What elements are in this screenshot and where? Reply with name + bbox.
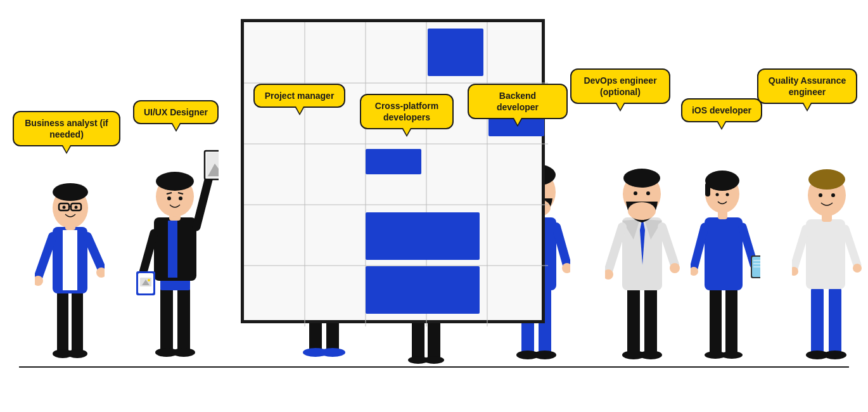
svg-rect-145: [705, 183, 710, 196]
svg-line-102: [556, 227, 567, 265]
svg-point-29: [63, 206, 66, 209]
whiteboard: [241, 19, 545, 323]
svg-rect-112: [644, 287, 657, 357]
svg-rect-11: [366, 266, 480, 314]
svg-point-25: [53, 183, 88, 201]
svg-line-120: [662, 227, 675, 265]
character-ui-ux-designer: [136, 94, 219, 366]
svg-line-134: [694, 227, 705, 268]
svg-point-128: [646, 191, 650, 195]
bubble-ios-developer: iOS developer: [681, 98, 762, 122]
svg-rect-10: [366, 212, 480, 260]
svg-rect-130: [725, 287, 737, 357]
svg-point-127: [634, 191, 637, 195]
svg-point-99: [533, 351, 556, 359]
svg-rect-12: [366, 149, 421, 174]
svg-line-39: [143, 233, 154, 274]
svg-rect-148: [811, 287, 824, 357]
svg-rect-111: [627, 287, 640, 357]
svg-point-146: [716, 193, 719, 196]
svg-point-125: [623, 169, 660, 188]
bubble-backend-developer: Backend developer: [468, 84, 568, 119]
svg-point-34: [172, 348, 195, 357]
svg-point-59: [320, 348, 345, 357]
svg-rect-149: [829, 287, 841, 357]
svg-point-30: [75, 206, 78, 209]
svg-point-161: [831, 193, 835, 197]
svg-rect-152: [806, 219, 845, 289]
bubble-devops-engineer: DevOps engineer(optional): [570, 68, 670, 104]
svg-rect-129: [710, 287, 722, 357]
ground-line: [19, 366, 849, 368]
svg-point-44: [148, 279, 150, 281]
bubble-cross-platform: Cross-platformdevelopers: [360, 94, 454, 129]
svg-rect-13: [57, 290, 68, 354]
scene: Business analyst (if needed) UI/UX Desig…: [0, 0, 868, 412]
bubble-qa-engineer: Quality Assuranceengineer: [757, 68, 857, 104]
svg-rect-8: [428, 29, 483, 76]
svg-point-51: [156, 172, 194, 191]
svg-point-53: [179, 196, 182, 200]
character-ios-developer: [691, 100, 760, 366]
svg-rect-133: [705, 217, 743, 290]
svg-point-52: [167, 196, 171, 200]
character-qa-engineer: [792, 94, 862, 366]
svg-point-122: [670, 263, 680, 273]
svg-rect-32: [177, 287, 190, 354]
svg-point-126: [628, 202, 656, 220]
svg-point-151: [824, 351, 846, 359]
svg-point-159: [808, 169, 845, 190]
svg-point-144: [705, 171, 739, 191]
bubble-business-analyst: Business analyst (if needed): [13, 111, 120, 146]
character-devops-engineer: [605, 94, 681, 366]
svg-line-154: [845, 229, 857, 265]
svg-point-16: [67, 349, 87, 358]
svg-point-82: [424, 356, 444, 364]
svg-point-132: [721, 351, 743, 359]
svg-rect-18: [63, 230, 77, 290]
bubble-ui-ux-designer: UI/UX Designer: [133, 100, 219, 124]
svg-point-114: [639, 351, 662, 359]
svg-rect-14: [72, 290, 83, 354]
svg-point-156: [853, 264, 862, 273]
svg-point-147: [726, 193, 729, 196]
svg-line-153: [794, 229, 806, 268]
bubble-project-manager: Project manager: [253, 84, 345, 108]
svg-line-19: [38, 236, 53, 278]
svg-line-119: [608, 227, 622, 271]
svg-line-20: [87, 236, 101, 268]
svg-rect-37: [168, 221, 177, 278]
svg-point-160: [819, 193, 822, 197]
svg-rect-31: [160, 287, 173, 354]
